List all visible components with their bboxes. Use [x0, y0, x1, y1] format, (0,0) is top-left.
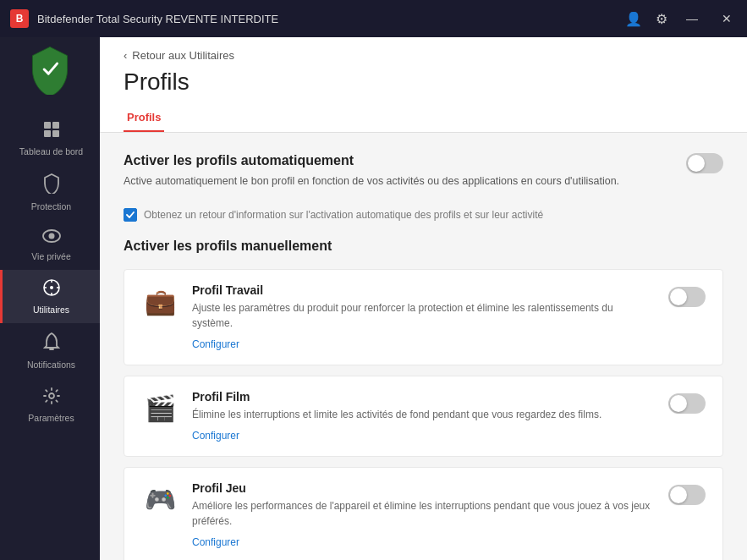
jeu-icon-wrap: 🎮	[141, 481, 179, 519]
film-toggle-thumb	[670, 395, 687, 412]
svg-rect-3	[52, 130, 59, 137]
film-icon-wrap: 🎬	[141, 390, 179, 427]
jeu-desc: Améliore les performances de l'appareil …	[192, 498, 655, 529]
svg-point-6	[50, 286, 53, 289]
profile-card-film: 🎬 Profil Film Élimine les interruptions …	[124, 376, 723, 457]
sidebar-item-tableau[interactable]: Tableau de bord	[0, 112, 100, 165]
auto-toggle-track[interactable]	[686, 153, 723, 173]
titlebar-controls: 👤 ⚙ — ✕	[625, 10, 737, 27]
sidebar-item-parametres[interactable]: Paramètres	[0, 378, 100, 431]
minimize-button[interactable]: —	[681, 10, 703, 27]
utilitaires-label: Utilitaires	[33, 305, 69, 315]
jeu-toggle[interactable]	[668, 481, 706, 505]
profile-card-jeu: 🎮 Profil Jeu Améliore les performances d…	[124, 467, 723, 560]
protection-icon	[43, 173, 60, 198]
content-area: ‹ Retour aux Utilitaires Profils Profils…	[100, 37, 747, 560]
film-info: Profil Film Élimine les interruptions et…	[192, 390, 655, 442]
film-configure-link[interactable]: Configurer	[192, 430, 239, 442]
travail-name: Profil Travail	[192, 283, 655, 297]
notifications-icon	[43, 332, 60, 356]
auto-section-title: Activer les profils automatiquement	[124, 153, 673, 168]
checkbox-box[interactable]	[124, 208, 137, 222]
tableau-icon	[42, 120, 61, 143]
app-body: Tableau de bord Protection Vie privée	[0, 37, 747, 560]
main-content: Activer les profils automatiquement Acti…	[100, 133, 747, 560]
auto-profile-toggle[interactable]	[686, 153, 723, 173]
tab-profils[interactable]: Profils	[124, 104, 164, 132]
settings-icon[interactable]: ⚙	[656, 11, 667, 27]
protection-label: Protection	[31, 201, 71, 211]
sidebar-item-protection[interactable]: Protection	[0, 165, 100, 220]
jeu-toggle-track[interactable]	[668, 485, 706, 505]
app-title: Bitdefender Total Security REVENTE INTER…	[37, 13, 278, 25]
back-link[interactable]: ‹ Retour aux Utilitaires	[124, 49, 723, 62]
back-link-label: Retour aux Utilitaires	[132, 49, 234, 62]
auto-toggle-thumb	[688, 155, 705, 172]
travail-toggle-track[interactable]	[668, 287, 706, 307]
parametres-icon	[42, 387, 61, 409]
travail-icon-wrap: 💼	[141, 283, 179, 321]
sidebar-shield	[25, 44, 75, 95]
manual-section-title: Activer les profils manuellement	[124, 239, 723, 254]
vie-privee-label: Vie privée	[31, 251, 71, 261]
film-icon: 🎬	[145, 393, 176, 423]
travail-icon: 💼	[145, 287, 176, 316]
svg-point-5	[48, 233, 54, 239]
checkbox-label: Obtenez un retour d'information sur l'ac…	[144, 209, 543, 221]
vie-privee-icon	[41, 228, 62, 248]
auto-section-desc: Active automatiquement le bon profil en …	[124, 173, 673, 189]
jeu-toggle-thumb	[670, 486, 687, 503]
svg-rect-0	[44, 122, 51, 129]
film-toggle-track[interactable]	[668, 393, 706, 414]
auto-profile-info: Activer les profils automatiquement Acti…	[124, 153, 686, 198]
travail-desc: Ajuste les paramètres du produit pour re…	[192, 300, 655, 331]
jeu-info: Profil Jeu Améliore les performances de …	[192, 481, 655, 549]
checkbox-row[interactable]: Obtenez un retour d'information sur l'ac…	[124, 208, 723, 222]
jeu-name: Profil Jeu	[192, 481, 655, 495]
travail-toggle-thumb	[670, 288, 687, 305]
travail-toggle[interactable]	[668, 283, 706, 307]
close-button[interactable]: ✕	[717, 10, 737, 27]
travail-info: Profil Travail Ajuste les paramètres du …	[192, 283, 655, 351]
svg-rect-1	[52, 122, 59, 129]
sidebar-item-utilitaires[interactable]: Utilitaires	[0, 270, 100, 323]
titlebar-left: B Bitdefender Total Security REVENTE INT…	[10, 9, 278, 28]
page-title: Profils	[124, 69, 723, 96]
notifications-label: Notifications	[27, 360, 75, 370]
svg-point-12	[49, 393, 54, 398]
auto-profile-row: Activer les profils automatiquement Acti…	[124, 153, 723, 198]
film-toggle[interactable]	[668, 390, 706, 414]
user-icon[interactable]: 👤	[625, 11, 642, 27]
svg-rect-2	[44, 130, 51, 137]
back-chevron-icon: ‹	[124, 49, 127, 62]
sidebar: Tableau de bord Protection Vie privée	[0, 37, 100, 560]
titlebar: B Bitdefender Total Security REVENTE INT…	[0, 0, 747, 37]
tableau-label: Tableau de bord	[19, 146, 83, 156]
sidebar-item-notifications[interactable]: Notifications	[0, 323, 100, 378]
utilitaires-icon	[42, 278, 61, 301]
sidebar-item-vie-privee[interactable]: Vie privée	[0, 220, 100, 270]
film-desc: Élimine les interruptions et limite les …	[192, 407, 655, 422]
tabs-bar: Profils	[124, 104, 723, 132]
top-bar: ‹ Retour aux Utilitaires Profils Profils	[100, 37, 747, 133]
parametres-label: Paramètres	[28, 413, 74, 423]
app-logo: B	[10, 9, 29, 28]
jeu-icon: 🎮	[145, 485, 176, 514]
profile-card-travail: 💼 Profil Travail Ajuste les paramètres d…	[124, 269, 723, 365]
travail-configure-link[interactable]: Configurer	[192, 338, 239, 350]
jeu-configure-link[interactable]: Configurer	[192, 536, 239, 548]
film-name: Profil Film	[192, 390, 655, 404]
